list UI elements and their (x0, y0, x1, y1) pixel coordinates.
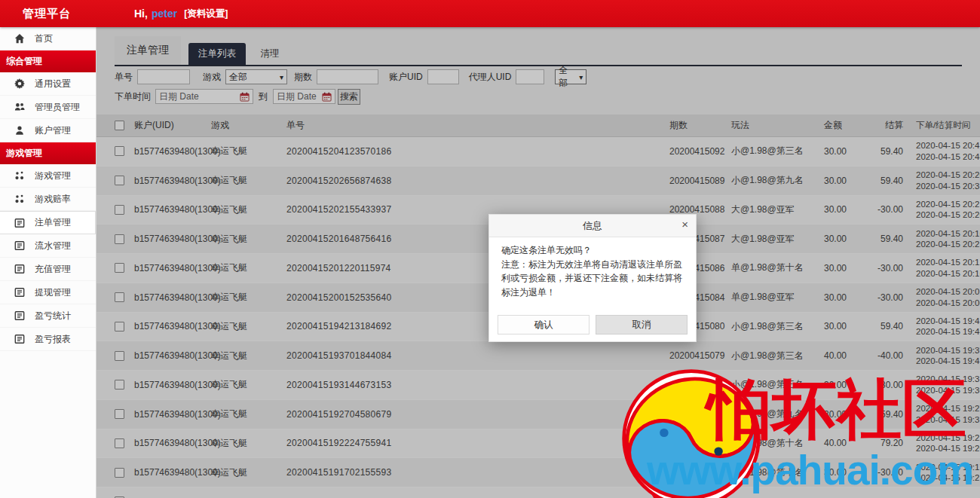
admin-page: { "topbar": { "brand": "管理平台", "greeting… (0, 0, 980, 498)
icon-user (14, 125, 25, 136)
icon-dots (14, 170, 25, 181)
sidebar-item-6[interactable]: 游戏管理 (0, 164, 96, 188)
confirm-button[interactable]: 确认 (498, 315, 590, 335)
sidebar-section-1[interactable]: 综合管理 (0, 50, 96, 72)
greeting-text: Hi, (134, 8, 148, 20)
sidebar-section-label: 游戏管理 (6, 147, 42, 160)
sidebar-item-9[interactable]: 流水管理 (0, 234, 96, 258)
sidebar-item-2[interactable]: 通用设置 (0, 72, 96, 96)
sidebar-item-label: 游戏赔率 (35, 193, 71, 206)
sidebar-item-label: 提现管理 (35, 286, 71, 299)
sidebar-item-label: 管理员管理 (35, 101, 80, 114)
sidebar-item-label: 账户管理 (35, 124, 71, 137)
dialog-title: 信息 (583, 219, 602, 233)
dialog-body: 确定这条注单无效吗？ 注意：标注为无效注单将自动清退该注单所盈利或亏损金额，并返… (489, 237, 696, 299)
sidebar-item-3[interactable]: 管理员管理 (0, 96, 96, 119)
icon-home (14, 33, 25, 44)
sidebar-item-11[interactable]: 提现管理 (0, 281, 96, 304)
icon-list (14, 287, 25, 298)
sidebar-item-4[interactable]: 账户管理 (0, 119, 96, 142)
dialog-title-bar: 信息 × (489, 215, 696, 237)
dialog-notice: 注意：标注为无效注单将自动清退该注单所盈利或亏损金额，并返还下注金额，如未结算将… (501, 258, 684, 300)
cancel-button[interactable]: 取消 (596, 315, 688, 335)
sidebar-item-label: 盈亏报表 (35, 333, 71, 346)
sidebar-item-label: 注单管理 (35, 216, 71, 229)
sidebar-item-label: 盈亏统计 (35, 310, 71, 322)
sidebar-item-label: 流水管理 (35, 240, 71, 252)
icon-gear (14, 78, 25, 89)
sidebar-item-0[interactable]: 首页 (0, 27, 96, 50)
sidebar-item-13[interactable]: 盈亏报表 (0, 328, 96, 351)
profile-settings-link[interactable]: [资料设置] (184, 8, 228, 20)
sidebar-item-label: 游戏管理 (35, 170, 71, 182)
icon-list (14, 264, 25, 274)
sidebar-item-label: 通用设置 (35, 78, 71, 90)
topbar: 管理平台 Hi, peter [资料设置] (0, 0, 980, 27)
icon-dots (14, 194, 25, 204)
icon-users (14, 102, 25, 112)
dialog-footer: 确认 取消 (489, 315, 696, 335)
sidebar-item-10[interactable]: 充值管理 (0, 258, 96, 281)
sidebar-section-label: 综合管理 (6, 55, 42, 68)
sidebar-menu: 首页 综合管理 通用设置 管理员管理 账户管理 游戏管理 游戏管理 游戏赔率 注… (0, 27, 96, 351)
icon-list (14, 310, 25, 321)
sidebar-item-12[interactable]: 盈亏统计 (0, 304, 96, 328)
username-link[interactable]: peter (152, 8, 177, 20)
sidebar-item-label: 充值管理 (35, 263, 71, 276)
dialog-question: 确定这条注单无效吗？ (501, 243, 684, 258)
icon-list (14, 334, 25, 344)
sidebar-item-8[interactable]: 注单管理 (0, 211, 96, 234)
close-icon[interactable]: × (681, 218, 688, 230)
sidebar-section-5[interactable]: 游戏管理 (0, 142, 96, 164)
sidebar: 首页 综合管理 通用设置 管理员管理 账户管理 游戏管理 游戏管理 游戏赔率 注… (0, 27, 96, 498)
icon-list (14, 218, 25, 228)
message-dialog: 信息 × 确定这条注单无效吗？ 注意：标注为无效注单将自动清退该注单所盈利或亏损… (488, 214, 697, 342)
sidebar-item-7[interactable]: 游戏赔率 (0, 188, 96, 211)
icon-list (14, 240, 25, 251)
sidebar-item-label: 首页 (35, 32, 53, 45)
app-title: 管理平台 (23, 7, 71, 21)
